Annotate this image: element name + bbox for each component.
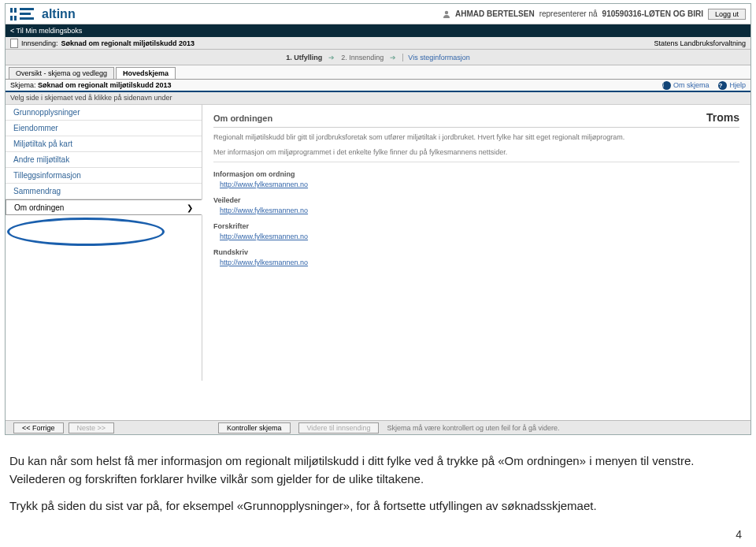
section-rundskriv: Rundskriv: [213, 248, 739, 256]
note-2: Trykk på siden du sist var på, for eksem…: [9, 497, 734, 515]
step-1: 1. Utfylling: [286, 54, 322, 61]
back-bar[interactable]: < Til Min meldingsboks: [6, 24, 750, 37]
instruction-text: Du kan når som helst få mer informasjon …: [9, 452, 734, 525]
svg-rect-4: [20, 8, 34, 10]
om-skjema-link[interactable]: iOm skjema: [662, 81, 710, 90]
chevron-right-icon: ❯: [187, 203, 193, 212]
videre-button[interactable]: Videre til innsending: [298, 422, 380, 434]
content-p2: Mer informasjon om miljøprogrammet i det…: [213, 147, 739, 158]
altinn-icon: [10, 8, 37, 20]
sidebar-item-eiendommer[interactable]: Eiendommer: [6, 121, 202, 136]
link-fylkesmannen-1[interactable]: http://www.fylkesmannen.no: [220, 180, 308, 188]
user-rep: representerer nå: [539, 9, 598, 18]
main-row: Grunnopplysninger Eiendommer Miljøtiltak…: [6, 105, 750, 381]
kontroller-button[interactable]: Kontroller skjema: [218, 422, 291, 434]
topbar: altinn AHMAD BERTELSEN representerer nå …: [6, 4, 750, 24]
sidebar-item-grunn[interactable]: Grunnopplysninger: [6, 105, 202, 121]
bottom-msg: Skjema må være kontrollert og uten feil …: [387, 424, 559, 432]
content-p1: Regionalt miljøtilskudd blir gitt til jo…: [213, 132, 739, 143]
tab-oversikt[interactable]: Oversikt - skjema og vedlegg: [9, 67, 114, 79]
user-info: AHMAD BERTELSEN representerer nå 9105903…: [443, 9, 746, 20]
prev-button[interactable]: << Forrige: [13, 422, 64, 434]
step-2: 2. Innsending: [341, 54, 384, 61]
content-region: Troms: [706, 111, 739, 124]
help-icon: ?: [718, 81, 727, 90]
arrow-icon: ➔: [328, 54, 335, 61]
svg-rect-2: [10, 16, 13, 20]
logo-text: altinn: [42, 7, 76, 21]
page-number: 4: [736, 528, 742, 541]
document-icon: [10, 39, 18, 48]
bottom-bar: << Forrige Neste >> Kontroller skjema Vi…: [6, 420, 750, 434]
hjelp-link[interactable]: ?Hjelp: [718, 81, 746, 90]
section-veileder: Veileder: [213, 196, 739, 204]
svg-rect-3: [14, 16, 17, 20]
user-name: AHMAD BERTELSEN: [455, 9, 535, 18]
tabs: Oversikt - skjema og vedlegg Hovedskjema: [6, 65, 750, 80]
sidebar: Grunnopplysninger Eiendommer Miljøtiltak…: [6, 105, 202, 381]
sidebar-item-ordningen[interactable]: Om ordningen❯: [6, 199, 202, 215]
link-fylkesmannen-4[interactable]: http://www.fylkesmannen.no: [220, 259, 308, 266]
schema-label: Skjema:: [10, 81, 36, 89]
svg-rect-0: [10, 8, 13, 13]
arrow-icon: ➔: [390, 54, 396, 61]
link-fylkesmannen-2[interactable]: http://www.fylkesmannen.no: [220, 207, 308, 214]
svg-rect-5: [20, 13, 31, 15]
sidebar-item-sammendrag[interactable]: Sammendrag: [6, 184, 202, 199]
svg-point-7: [445, 10, 448, 13]
info-icon: i: [662, 81, 671, 90]
link-fylkesmannen-3[interactable]: http://www.fylkesmannen.no: [220, 233, 308, 240]
svg-rect-1: [14, 8, 17, 13]
schema-value: Søknad om regionalt miljøtilskudd 2013: [38, 81, 172, 89]
step-bar: 1. Utfylling ➔ 2. Innsending ➔ Vis stegi…: [6, 50, 750, 65]
svg-rect-6: [20, 17, 34, 20]
innsending-org: Statens Landbruksforvaltning: [654, 39, 746, 47]
content-pane: Om ordningen Troms Regionalt miljøtilsku…: [202, 105, 750, 381]
logout-button[interactable]: Logg ut: [708, 9, 746, 20]
app-window: altinn AHMAD BERTELSEN representerer nå …: [5, 3, 751, 435]
section-informasjon: Informasjon om ordning: [213, 170, 739, 178]
schema-row: Skjema: Søknad om regionalt miljøtilskud…: [6, 80, 750, 92]
next-button[interactable]: Neste >>: [69, 422, 115, 434]
sidebar-item-andre[interactable]: Andre miljøtiltak: [6, 152, 202, 168]
instruction-bar: Velg side i skjemaet ved å klikke på sid…: [6, 92, 750, 105]
note-1: Du kan når som helst få mer informasjon …: [9, 452, 734, 488]
innsending-title: Søknad om regionalt miljøtilskudd 2013: [61, 39, 195, 47]
user-org: 910590316-LØTEN OG BIRI: [602, 9, 703, 18]
content-title: Om ordningen: [213, 113, 272, 123]
sidebar-item-tillegg[interactable]: Tilleggsinformasjon: [6, 168, 202, 184]
back-link[interactable]: < Til Min meldingsboks: [10, 27, 82, 35]
tab-hovedskjema[interactable]: Hovedskjema: [116, 67, 176, 79]
sidebar-item-kart[interactable]: Miljøtiltak på kart: [6, 136, 202, 152]
logo: altinn: [10, 7, 76, 21]
section-forskrifter: Forskrifter: [213, 222, 739, 230]
step-info-link[interactable]: Vis steginformasjon: [402, 54, 469, 61]
innsending-label: Innsending:: [21, 39, 58, 47]
innsending-bar: Innsending: Søknad om regionalt miljøtil…: [6, 37, 750, 50]
user-icon: [443, 10, 450, 18]
